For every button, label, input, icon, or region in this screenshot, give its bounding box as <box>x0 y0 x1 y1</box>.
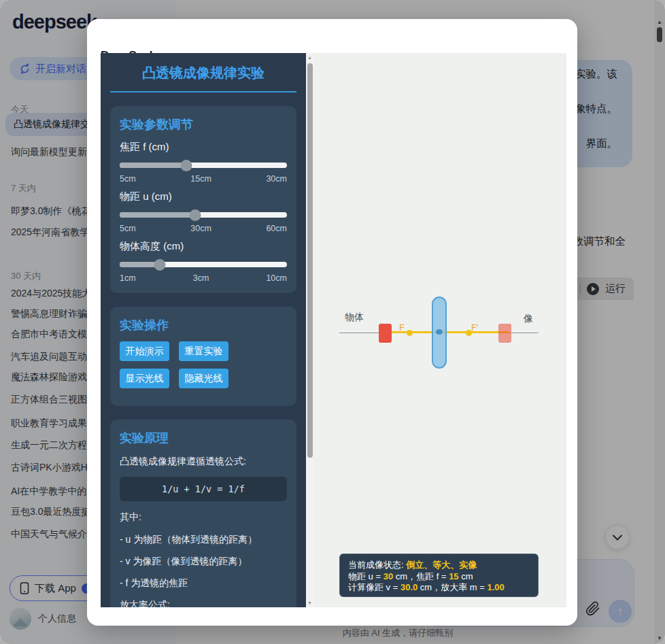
scale-mid: 3cm <box>193 273 209 283</box>
principle-bullet: - f 为透镜的焦距 <box>120 576 287 590</box>
focus-label-f: F <box>399 322 405 333</box>
principle-intro: 凸透镜成像规律遵循透镜公式: <box>120 454 287 468</box>
focus-label-f2: F' <box>471 322 478 333</box>
object-distance-label: 物距 u (cm) <box>120 190 287 203</box>
scale-mid: 30cm <box>190 224 211 233</box>
operations-card: 实验操作 开始演示 重置实验 显示光线 隐藏光线 <box>110 307 296 406</box>
focus-point-f2 <box>466 330 472 336</box>
status-line-1: 当前成像状态: 倒立、等大、实像 <box>348 560 530 571</box>
lens-center <box>436 329 443 335</box>
preview-modal: DeepSeek × 凸透镜成像规律实验 实验参数调节 焦距 f (cm) 5c… <box>87 19 577 626</box>
slider-thumb[interactable] <box>154 259 166 271</box>
focal-scale: 5cm 15cm 30cm <box>120 174 287 184</box>
object-marker[interactable] <box>379 324 392 343</box>
image-label: 像 <box>524 313 533 325</box>
experiment-panel: 凸透镜成像规律实验 实验参数调节 焦距 f (cm) 5cm 15cm 30cm <box>101 53 306 607</box>
operations-heading: 实验操作 <box>120 317 287 333</box>
object-height-scale: 1cm 3cm 10cm <box>120 273 287 283</box>
object-height-slider[interactable] <box>120 259 287 270</box>
lens-simulation: 物体 像 F F' 当前成像状态: 倒立、等大、实像 物距 u = 30 cm，… <box>314 53 566 607</box>
experiment-title: 凸透镜成像规律实验 <box>110 64 296 92</box>
principle-card: 实验原理 凸透镜成像规律遵循透镜公式: 1/u + 1/v = 1/f 其中: … <box>110 420 296 607</box>
object-label: 物体 <box>345 311 364 324</box>
principle-bullet: - v 为像距（像到透镜的距离） <box>120 554 287 568</box>
principle-bullet: - u 为物距（物体到透镜的距离） <box>120 532 287 546</box>
magnification-label: 放大率公式: <box>120 598 287 607</box>
slider-fill <box>120 212 195 218</box>
panel-scrollbar-up-arrow[interactable]: ▲ <box>307 55 312 60</box>
status-box: 当前成像状态: 倒立、等大、实像 物距 u = 30 cm，焦距 f = 15 … <box>339 554 539 597</box>
show-rays-button[interactable]: 显示光线 <box>120 369 169 388</box>
object-distance-scale: 5cm 30cm 60cm <box>120 224 287 233</box>
panel-scrollbar-down-arrow[interactable]: ▼ <box>307 600 312 605</box>
focus-point-f <box>407 330 413 336</box>
slider-thumb[interactable] <box>189 209 201 221</box>
scale-max: 10cm <box>266 273 287 283</box>
slider-thumb[interactable] <box>181 160 192 171</box>
slider-fill <box>120 163 186 168</box>
deepseek-app: deepseek 开启新对话 今天 凸透镜成像规律交互 询问最新模型更新情 7 … <box>0 0 665 644</box>
lens-formula: 1/u + 1/v = 1/f <box>120 477 287 501</box>
object-height-label: 物体高度 (cm) <box>120 240 287 253</box>
focal-length-slider[interactable] <box>120 160 287 171</box>
params-card: 实验参数调节 焦距 f (cm) 5cm 15cm 30cm 物距 u (cm) <box>110 106 296 293</box>
panel-scrollbar[interactable]: ▲ ▼ <box>306 53 314 607</box>
principle-heading: 实验原理 <box>120 430 287 446</box>
scale-min: 5cm <box>120 174 136 184</box>
status-line-2: 物距 u = 30 cm，焦距 f = 15 cm <box>348 571 530 583</box>
focal-length-label: 焦距 f (cm) <box>120 141 287 154</box>
start-demo-button[interactable]: 开始演示 <box>120 341 169 361</box>
image-marker <box>498 324 511 343</box>
scale-max: 60cm <box>266 224 287 233</box>
object-distance-slider[interactable] <box>120 209 287 220</box>
panel-scrollbar-thumb[interactable] <box>307 63 313 458</box>
scale-mid: 15cm <box>190 174 211 184</box>
modal-body: 凸透镜成像规律实验 实验参数调节 焦距 f (cm) 5cm 15cm 30cm <box>101 53 566 607</box>
scale-min: 1cm <box>120 273 136 283</box>
scale-min: 5cm <box>120 224 136 233</box>
params-heading: 实验参数调节 <box>120 116 287 133</box>
scale-max: 30cm <box>266 174 287 184</box>
reset-button[interactable]: 重置实验 <box>179 341 228 361</box>
principle-among: 其中: <box>120 510 287 524</box>
status-line-3: 计算像距 v = 30.0 cm，放大率 m = 1.00 <box>348 582 530 594</box>
hide-rays-button[interactable]: 隐藏光线 <box>179 369 228 388</box>
